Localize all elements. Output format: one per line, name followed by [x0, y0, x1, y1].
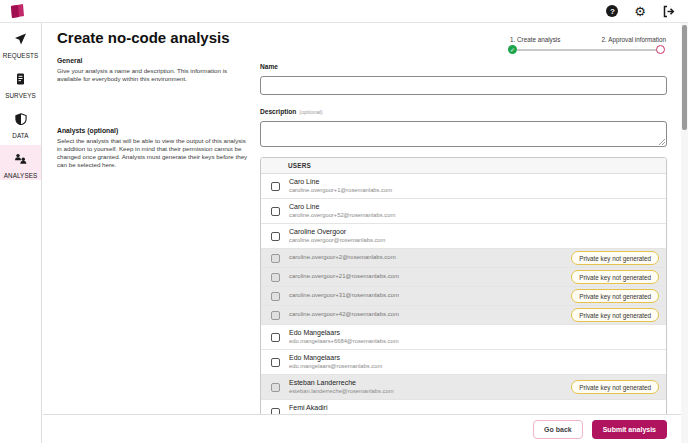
- help-icon[interactable]: ?: [606, 5, 618, 17]
- step-1-complete-check-icon: [508, 45, 517, 54]
- user-name: Edo Mangelaars: [289, 354, 382, 362]
- user-row[interactable]: Caro Line caroline.overgoor+52@rosemanla…: [261, 199, 666, 224]
- name-field-group: Name: [260, 55, 667, 95]
- settings-gear-icon[interactable]: [634, 5, 646, 18]
- description-textarea[interactable]: [260, 121, 667, 147]
- user-email: caroline.overgoor+42@rosemanlabs.com: [289, 311, 399, 318]
- user-checkbox: [271, 311, 280, 320]
- sidebar-item-label: ANALYSES: [0, 172, 41, 179]
- user-checkbox: [271, 273, 280, 282]
- wizard-stepper: 1. Create analysis 2. Approval informati…: [505, 36, 666, 56]
- description-label: Description(optional): [260, 108, 323, 115]
- paper-plane-icon: [14, 31, 27, 43]
- private-key-badge: Private key not generated: [571, 289, 659, 303]
- scrollbar-thumb[interactable]: [682, 25, 687, 130]
- users-table: USERS Caro Line caroline.overgoor+1@rose…: [260, 157, 667, 440]
- user-checkbox[interactable]: [271, 182, 280, 191]
- sidebar: REQUESTS SURVEYS DATA: [0, 23, 42, 443]
- user-name: Esteban Landerreche: [289, 379, 394, 387]
- private-key-badge: Private key not generated: [571, 270, 659, 284]
- people-network-icon: [14, 151, 27, 163]
- sidebar-item-label: REQUESTS: [0, 52, 41, 59]
- user-row: caroline.overgoor+42@rosemanlabs.com Pri…: [261, 306, 666, 325]
- user-name: Caroline Overgoor: [289, 228, 385, 236]
- footer-bar: Go back Submit analysis: [43, 414, 688, 443]
- users-column-header: USERS: [261, 158, 666, 174]
- user-row: caroline.overgoor+31@rosemanlabs.com Pri…: [261, 287, 666, 306]
- user-email: edo.mangelaars+6684@rosemanlabs.com: [289, 338, 399, 345]
- user-name: Caro Line: [289, 203, 395, 211]
- form-column: Name Description(optional) USERS Caro Li…: [260, 55, 667, 440]
- user-checkbox[interactable]: [271, 333, 280, 342]
- users-rows: Caro Line caroline.overgoor+1@rosemanlab…: [261, 174, 666, 440]
- user-checkbox[interactable]: [271, 358, 280, 367]
- user-email: caroline.overgoor+31@rosemanlabs.com: [289, 292, 399, 299]
- analysts-description: Select the analysts that will be able to…: [57, 137, 248, 169]
- private-key-badge: Private key not generated: [571, 251, 659, 265]
- user-email: caroline.overgoor@rosemanlabs.com: [289, 237, 385, 244]
- analysts-section: Analysts (optional) Select the analysts …: [57, 127, 248, 169]
- user-email: caroline.overgoor+2@rosemanlabs.com: [289, 254, 396, 261]
- user-checkbox: [271, 383, 280, 392]
- general-description: Give your analysis a name and descriptio…: [57, 67, 248, 83]
- analysts-heading: Analysts (optional): [57, 127, 248, 134]
- user-row[interactable]: Edo Mangelaars edo.mangelaars@rosemanlab…: [261, 350, 666, 375]
- step-2-label: 2. Approval information: [602, 36, 666, 43]
- sidebar-item-surveys[interactable]: SURVEYS: [0, 65, 41, 100]
- user-row[interactable]: Caroline Overgoor caroline.overgoor@rose…: [261, 224, 666, 249]
- clipboard-icon: [15, 71, 26, 83]
- sidebar-item-label: DATA: [0, 132, 41, 139]
- user-checkbox: [271, 292, 280, 301]
- roseman-labs-logo[interactable]: [8, 3, 26, 19]
- user-email: esteban.landerreche@rosemanlabs.com: [289, 388, 394, 395]
- user-email: edo.mangelaars@rosemanlabs.com: [289, 363, 382, 370]
- description-column: General Give your analysis a name and de…: [57, 57, 248, 169]
- private-key-badge: Private key not generated: [571, 308, 659, 322]
- general-section: General Give your analysis a name and de…: [57, 57, 248, 83]
- stepper-connector-line: [517, 49, 658, 51]
- user-name: Edo Mangelaars: [289, 329, 399, 337]
- user-checkbox: [271, 254, 280, 263]
- name-label: Name: [260, 63, 278, 70]
- description-field-group: Description(optional): [260, 100, 667, 147]
- vertical-scrollbar[interactable]: [681, 23, 688, 443]
- user-name: Femi Akadiri: [289, 404, 370, 412]
- private-key-badge: Private key not generated: [571, 380, 659, 394]
- step-2-pending-dot: [656, 45, 665, 54]
- step-1-label: 1. Create analysis: [510, 36, 560, 43]
- sidebar-item-data[interactable]: DATA: [0, 105, 41, 140]
- logout-icon[interactable]: [662, 5, 675, 18]
- sidebar-item-analyses[interactable]: ANALYSES: [0, 145, 41, 180]
- optional-tag: (optional): [299, 109, 322, 115]
- name-input[interactable]: [260, 76, 667, 95]
- user-name: Caro Line: [289, 178, 392, 186]
- user-checkbox[interactable]: [271, 232, 280, 241]
- submit-analysis-button[interactable]: Submit analysis: [592, 420, 667, 439]
- user-row[interactable]: Caro Line caroline.overgoor+1@rosemanlab…: [261, 174, 666, 199]
- user-row: Esteban Landerreche esteban.landerreche@…: [261, 375, 666, 400]
- general-heading: General: [57, 57, 248, 64]
- user-email: caroline.overgoor+1@rosemanlabs.com: [289, 187, 392, 194]
- page-title: Create no-code analysis: [57, 29, 230, 46]
- sidebar-item-label: SURVEYS: [0, 92, 41, 99]
- user-email: caroline.overgoor+21@rosemanlabs.com: [289, 273, 399, 280]
- shield-icon: [15, 111, 27, 123]
- user-row: caroline.overgoor+2@rosemanlabs.com Priv…: [261, 249, 666, 268]
- user-row[interactable]: Edo Mangelaars edo.mangelaars+6684@rosem…: [261, 325, 666, 350]
- user-email: caroline.overgoor+52@rosemanlabs.com: [289, 212, 395, 219]
- top-bar: ?: [0, 0, 688, 23]
- user-row: caroline.overgoor+21@rosemanlabs.com Pri…: [261, 268, 666, 287]
- go-back-button[interactable]: Go back: [533, 420, 583, 439]
- sidebar-item-requests[interactable]: REQUESTS: [0, 25, 41, 60]
- user-checkbox[interactable]: [271, 207, 280, 216]
